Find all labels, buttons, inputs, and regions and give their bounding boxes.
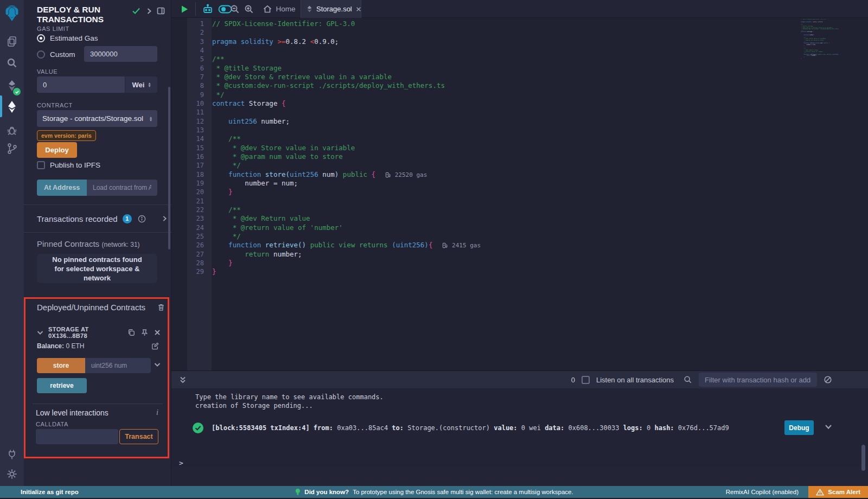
- chevron-down-icon[interactable]: [37, 330, 43, 335]
- close-tab-icon[interactable]: [356, 7, 361, 12]
- terminal-output[interactable]: Type the library name to see available c…: [171, 388, 868, 467]
- custom-gas-radio[interactable]: Custom: [37, 50, 75, 59]
- calldata-label: CALLDATA: [36, 421, 68, 427]
- home-tab-label: Home: [276, 5, 295, 13]
- tab-home[interactable]: Home: [258, 0, 301, 18]
- transaction-summary-text: [block:5583405 txIndex:4] from: 0xa03...…: [212, 424, 776, 432]
- line-number: 16: [171, 152, 204, 161]
- code-editor[interactable]: 1// SPDX-License-Identifier: GPL-3.023pr…: [171, 18, 868, 388]
- contract-select[interactable]: Storage - contracts/Storage.sol ▴▾: [37, 110, 157, 127]
- line-number: 14: [171, 135, 204, 143]
- code-line: 21: [171, 197, 868, 206]
- instance-label: STORAGE AT 0X136...8B78: [48, 326, 121, 339]
- remix-logo-icon[interactable]: [0, 3, 24, 24]
- search-icon[interactable]: [0, 53, 24, 73]
- code-line: 18 function store(uint256 num) public { …: [171, 170, 868, 179]
- estimated-gas-radio[interactable]: Estimated Gas: [37, 34, 98, 42]
- zoom-out-icon[interactable]: [228, 0, 242, 18]
- terminal-pending-line: creation of Storage pending...: [171, 401, 868, 410]
- code-line: 9 */: [171, 91, 868, 99]
- transactions-recorded-row[interactable]: Transactions recorded 1: [37, 212, 167, 225]
- line-number: 5: [171, 55, 204, 63]
- calldata-input[interactable]: [36, 429, 118, 444]
- checkbox-icon[interactable]: [37, 161, 45, 169]
- custom-gas-input[interactable]: [84, 46, 157, 62]
- deploy-run-icon[interactable]: [0, 97, 24, 117]
- info-i-icon[interactable]: i: [156, 408, 158, 417]
- at-address-input[interactable]: [87, 180, 157, 196]
- debug-button[interactable]: Debug: [784, 420, 814, 435]
- terminal-scrollbar[interactable]: [861, 445, 865, 471]
- solidity-compiler-icon[interactable]: [0, 75, 24, 97]
- line-number: 19: [171, 179, 204, 188]
- balance-label: Balance:: [37, 342, 64, 350]
- balance-value: 0 ETH: [66, 342, 84, 350]
- clear-console-icon[interactable]: [824, 375, 832, 384]
- chevron-right-icon[interactable]: [162, 215, 167, 222]
- copilot-status-label[interactable]: RemixAI Copilot (enabled): [726, 489, 799, 495]
- copy-icon[interactable]: [127, 329, 135, 336]
- retrieve-button[interactable]: retrieve: [37, 378, 87, 393]
- value-input[interactable]: [37, 76, 125, 93]
- code-line: 5/**: [171, 55, 868, 63]
- pin-panel-icon[interactable]: [157, 7, 165, 15]
- store-args-input[interactable]: [85, 358, 151, 373]
- terminal-welcome-line: Type the library name to see available c…: [171, 388, 868, 401]
- close-icon[interactable]: [154, 329, 161, 336]
- at-address-button[interactable]: At Address: [37, 180, 87, 196]
- settings-gear-icon[interactable]: [0, 464, 24, 484]
- zoom-in-icon[interactable]: [242, 0, 256, 18]
- editor-minimap[interactable]: // SPDX-License-Identifier: GPL-3.0pragm…: [801, 19, 839, 71]
- gas-estimate-badge: 2415 gas: [442, 242, 481, 249]
- collapse-terminal-icon[interactable]: [179, 376, 187, 384]
- transact-button[interactable]: Transact: [119, 429, 158, 444]
- tab-storage-sol[interactable]: Storage.sol: [301, 0, 361, 18]
- radio-unselected-icon[interactable]: [37, 50, 45, 59]
- panel-scrollbar[interactable]: [168, 87, 170, 250]
- check-icon: [132, 7, 141, 15]
- code-line: 1// SPDX-License-Identifier: GPL-3.0: [171, 20, 868, 28]
- remix-ide-window: DEPLOY & RUN TRANSACTIONS GAS LIMIT Esti…: [0, 0, 868, 499]
- store-button[interactable]: store: [37, 358, 85, 373]
- line-number: 11: [171, 108, 204, 117]
- chevron-right-icon[interactable]: [146, 8, 152, 15]
- pin-icon[interactable]: [141, 329, 148, 337]
- ai-copilot-robot-icon[interactable]: [200, 0, 216, 18]
- line-number: 25: [171, 232, 204, 241]
- plugin-manager-icon[interactable]: [0, 445, 24, 464]
- edit-icon[interactable]: [151, 342, 159, 350]
- toolbar-separator: [195, 2, 196, 16]
- line-number: 29: [171, 267, 204, 276]
- line-number: 7: [171, 73, 204, 81]
- transaction-log-row[interactable]: [block:5583405 txIndex:4] from: 0xa03...…: [171, 420, 868, 437]
- listen-all-checkbox[interactable]: [582, 376, 590, 384]
- expand-args-chevron-icon[interactable]: [154, 362, 161, 367]
- run-script-icon[interactable]: [176, 0, 193, 18]
- scam-alert-button[interactable]: Scam Alert: [808, 486, 868, 498]
- publish-ipfs-row[interactable]: Publish to IPFS: [37, 161, 100, 169]
- code-line: 16 * @param num value to store: [171, 152, 868, 161]
- line-number: 27: [171, 250, 204, 259]
- filter-tx-input[interactable]: [699, 373, 817, 387]
- code-line: 14 /**: [171, 135, 868, 143]
- main-area: Home Storage.sol 1// SPDX-License-Identi…: [171, 0, 868, 486]
- tip-text: To prototype using the Gnosis safe multi…: [353, 489, 573, 495]
- contract-instance-header[interactable]: STORAGE AT 0X136...8B78: [37, 326, 161, 339]
- debugger-icon[interactable]: [0, 120, 24, 140]
- git-icon[interactable]: [0, 139, 24, 158]
- code-line: 4: [171, 46, 868, 55]
- code-line: 17 */: [171, 161, 868, 170]
- balance-row: Balance: 0 ETH: [37, 342, 161, 350]
- code-line: 23 * @dev Return value: [171, 214, 868, 223]
- trash-icon[interactable]: [157, 303, 165, 311]
- value-unit-select[interactable]: Wei ▴▾: [125, 76, 157, 93]
- expand-tx-chevron-icon[interactable]: [825, 424, 832, 430]
- file-explorer-icon[interactable]: [0, 31, 24, 51]
- code-line: 12 uint256 number;: [171, 117, 868, 126]
- radio-selected-icon[interactable]: [37, 34, 45, 42]
- editor-toolbar: Home Storage.sol: [171, 0, 868, 18]
- git-init-label[interactable]: Initialize as git repo: [21, 489, 79, 495]
- store-function-row: store: [37, 358, 161, 373]
- terminal-prompt[interactable]: >: [179, 459, 183, 467]
- deploy-button[interactable]: Deploy: [37, 142, 77, 158]
